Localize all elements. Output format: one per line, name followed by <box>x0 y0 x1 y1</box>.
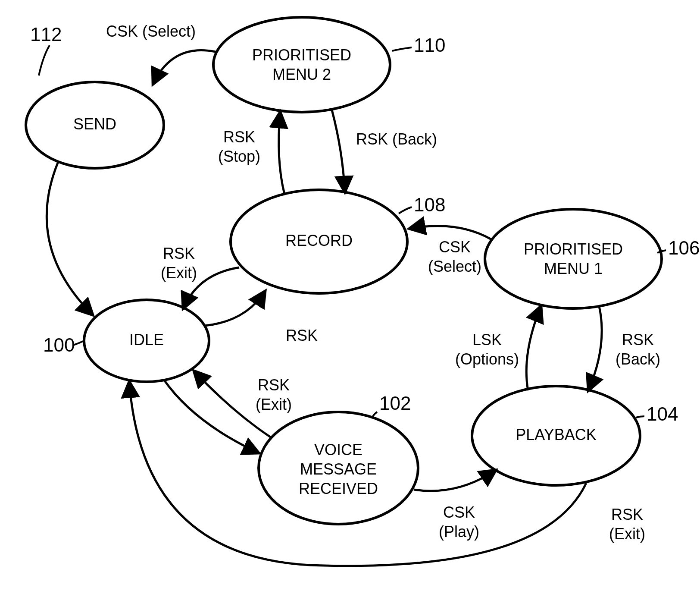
node-voicemsg-label2: MESSAGE <box>300 460 377 478</box>
label-csk-select2a: CSK <box>439 238 471 256</box>
label-rsk-back2b: (Back) <box>616 350 660 368</box>
svg-point-3 <box>485 209 662 308</box>
label-rsk-exit1a: RSK <box>163 245 195 262</box>
edge-menu1-playback <box>588 306 602 390</box>
node-idle: IDLE <box>84 300 209 382</box>
edge-menu2-send <box>153 50 216 84</box>
node-idle-label: IDLE <box>129 331 164 349</box>
edge-playback-menu1 <box>526 306 541 390</box>
ref-100-leader <box>73 341 84 345</box>
label-rsk-stop1: RSK <box>223 128 255 146</box>
edge-menu2-record <box>332 110 345 192</box>
node-voicemsg-label1: VOICE <box>314 441 362 459</box>
label-rsk-back2a: RSK <box>622 331 654 349</box>
edge-idle-record <box>205 291 265 326</box>
ref-108-leader <box>399 207 412 214</box>
node-menu1-label1: PRIORITISED <box>524 240 623 258</box>
label-lsk-options2: (Options) <box>455 350 519 368</box>
label-rsk: RSK <box>286 327 318 344</box>
ref-112-leader <box>39 45 50 75</box>
edge-menu1-record <box>409 226 491 239</box>
label-rsk-stop2: (Stop) <box>218 148 260 165</box>
ref-110-leader <box>392 47 412 51</box>
label-rsk-exit1b: (Exit) <box>161 264 197 282</box>
node-send-label: SEND <box>73 115 116 133</box>
ref-102-leader <box>373 412 377 416</box>
ref-106: 106 <box>668 237 700 258</box>
ref-104-leader <box>636 416 644 418</box>
svg-point-1 <box>213 17 390 112</box>
ref-112: 112 <box>30 24 62 45</box>
edge-record-menu2 <box>279 112 284 194</box>
edge-idle-voicemsg <box>164 380 259 453</box>
node-menu2: PRIORITISED MENU 2 <box>213 17 390 112</box>
label-rsk-exit3a: RSK <box>611 506 643 523</box>
label-csk-select1: CSK (Select) <box>106 22 196 40</box>
node-record-label: RECORD <box>285 232 353 249</box>
label-rsk-exit3b: (Exit) <box>609 525 645 543</box>
ref-108: 108 <box>414 194 445 215</box>
node-voicemsg: VOICE MESSAGE RECEIVED <box>259 412 418 524</box>
ref-104: 104 <box>647 403 678 424</box>
label-rsk-back1: RSK (Back) <box>356 130 437 148</box>
label-rsk-exit2b: (Exit) <box>256 396 292 413</box>
node-menu1-label2: MENU 1 <box>544 260 603 277</box>
state-diagram: SEND PRIORITISED MENU 2 RECORD PRIORITIS… <box>0 0 700 591</box>
label-lsk-options1: LSK <box>472 331 502 349</box>
node-send: SEND <box>26 82 164 168</box>
ref-100: 100 <box>43 334 75 355</box>
node-playback-label: PLAYBACK <box>516 426 596 443</box>
label-csk-select2b: (Select) <box>428 258 481 275</box>
node-menu2-label1: PRIORITISED <box>252 46 351 64</box>
node-menu2-label2: MENU 2 <box>272 66 331 83</box>
ref-110: 110 <box>414 35 445 56</box>
label-csk-play1: CSK <box>443 503 475 521</box>
node-record: RECORD <box>231 190 407 293</box>
node-menu1: PRIORITISED MENU 1 <box>485 209 662 308</box>
node-playback: PLAYBACK <box>472 386 640 485</box>
edge-send-idle <box>47 162 93 315</box>
label-csk-play2: (Play) <box>439 523 479 541</box>
label-rsk-exit2a: RSK <box>258 376 290 394</box>
ref-102: 102 <box>379 393 411 414</box>
edge-voicemsg-playback <box>414 470 496 491</box>
node-voicemsg-label3: RECEIVED <box>299 480 378 497</box>
